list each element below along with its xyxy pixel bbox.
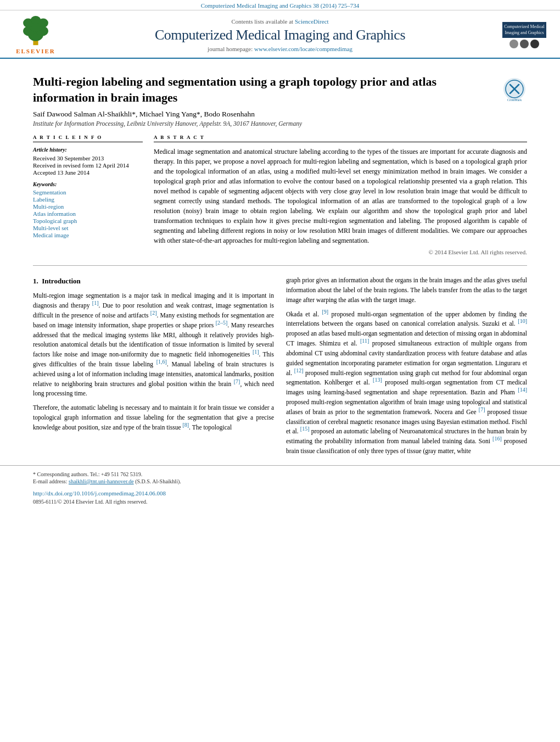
article-info-col: A R T I C L E I N F O Article history: R… xyxy=(33,135,143,255)
revised-date: Received in revised form 12 April 2014 xyxy=(33,162,143,169)
email-attribution: (S.D.S. Al-Shaikhli). xyxy=(135,478,181,484)
doi-copy: 0895-6111/© 2014 Elsevier Ltd. All right… xyxy=(33,499,527,505)
logo-icon-1 xyxy=(509,40,518,48)
article-title: Multi-region labeling and segmentation u… xyxy=(33,74,502,105)
sciencedirect-link[interactable]: ScienceDirect xyxy=(295,18,329,25)
ref-2[interactable]: [2] xyxy=(150,310,157,316)
intro-heading: 1. Introduction xyxy=(33,276,274,287)
article-title-block: Multi-region labeling and segmentation u… xyxy=(33,69,527,105)
footnote-section: * Corresponding authors. Tel.: +49 511 7… xyxy=(0,465,560,484)
logo-box-title: Computerized Medical Imaging and Graphic… xyxy=(502,22,546,38)
keyword-4: Atlas information xyxy=(33,210,143,217)
section-divider xyxy=(33,265,527,266)
intro-para-4: Okada et al. [9] proposed multi-organ se… xyxy=(286,310,527,456)
ref-1[interactable]: [1] xyxy=(92,300,99,306)
ref-1-6[interactable]: [1,6] xyxy=(156,359,167,365)
body-col-left: 1. Introduction Multi-region image segme… xyxy=(33,276,274,461)
keyword-3: Multi-region xyxy=(33,203,143,210)
article-info-label: A R T I C L E I N F O xyxy=(33,135,143,142)
keyword-1: Segmentation xyxy=(33,189,143,196)
ref-10[interactable]: [10] xyxy=(518,319,527,325)
journal-header: ELSEVIER Contents lists available at Sci… xyxy=(0,10,560,59)
contents-line: Contents lists available at ScienceDirec… xyxy=(60,18,500,25)
footnote-email: E-mail address: shaikhli@tnt.uni-hannove… xyxy=(33,478,527,484)
svg-text:CrossMark: CrossMark xyxy=(507,98,522,102)
header-center: Contents lists available at ScienceDirec… xyxy=(60,18,500,52)
svg-point-7 xyxy=(31,16,41,24)
elsevier-logo: ELSEVIER xyxy=(11,16,60,54)
ref-16[interactable]: [16] xyxy=(492,436,502,442)
keyword-5: Topological graph xyxy=(33,217,143,224)
keywords-title: Keywords: xyxy=(33,181,143,187)
email-link[interactable]: shaikhli@tnt.uni-hannover.de xyxy=(69,478,134,484)
ref-11[interactable]: [11] xyxy=(360,338,369,344)
ref-7[interactable]: [7] xyxy=(234,378,240,384)
top-banner: Computerized Medical Imaging and Graphic… xyxy=(0,0,560,10)
affiliation: Institute for Information Processing, Le… xyxy=(33,120,527,127)
logo-icons xyxy=(509,40,539,48)
journal-logo-box: Computerized Medical Imaging and Graphic… xyxy=(500,22,549,48)
abstract-label: A B S T R A C T xyxy=(154,135,527,142)
homepage-label: journal homepage: xyxy=(208,46,253,52)
ref-14[interactable]: [14] xyxy=(518,387,527,393)
abstract-text: Medical image segmentation and anatomica… xyxy=(154,147,527,246)
keyword-7: Medical image xyxy=(33,232,143,238)
received-date: Received 30 September 2013 xyxy=(33,155,143,161)
keywords-block: Keywords: Segmentation Labeling Multi-re… xyxy=(33,181,143,238)
homepage-link[interactable]: www.elsevier.com/locate/compmedimag xyxy=(254,46,352,52)
copyright-line: © 2014 Elsevier Ltd. All rights reserved… xyxy=(154,249,527,255)
authors: Saif Dawood Salman Al-Shaikhli*, Michael… xyxy=(33,110,527,119)
elsevier-text: ELSEVIER xyxy=(16,48,55,54)
doi-link[interactable]: http://dx.doi.org/10.1016/j.compmedimag.… xyxy=(33,490,166,496)
contents-available-text: Contents lists available at xyxy=(231,18,293,25)
footnote-corresponding: * Corresponding authors. Tel.: +49 511 7… xyxy=(33,471,527,477)
section-number: 1. xyxy=(33,277,38,285)
accepted-date: Accepted 13 June 2014 xyxy=(33,169,143,176)
ref-7b[interactable]: [7] xyxy=(479,406,485,412)
ref-12[interactable]: [12] xyxy=(294,367,304,373)
doi-section: http://dx.doi.org/10.1016/j.compmedimag.… xyxy=(0,486,560,508)
journal-title: Computerized Medical Imaging and Graphic… xyxy=(60,27,500,43)
intro-para-3: graph prior gives an information about t… xyxy=(286,276,527,305)
history-title: Article history: xyxy=(33,147,143,153)
ref-15[interactable]: [15] xyxy=(300,426,310,432)
crossmark-icon: CrossMark xyxy=(502,77,527,102)
logo-icon-2 xyxy=(520,40,529,48)
body-section: 1. Introduction Multi-region image segme… xyxy=(0,276,560,461)
journal-homepage: journal homepage: www.elsevier.com/locat… xyxy=(60,46,500,52)
section-title: Introduction xyxy=(42,277,81,285)
ref-8[interactable]: [8] xyxy=(182,422,189,428)
keyword-2: Labeling xyxy=(33,196,143,203)
ref-9[interactable]: [9] xyxy=(322,309,329,315)
body-col-right: graph prior gives an information about t… xyxy=(286,276,527,461)
abstract-col: A B S T R A C T Medical image segmentati… xyxy=(154,135,527,255)
ref-2-5[interactable]: [2–5] xyxy=(216,320,228,326)
intro-para-2: Therefore, the automatic labeling is nec… xyxy=(33,403,274,432)
keyword-6: Multi-level set xyxy=(33,225,143,231)
elsevier-tree-icon xyxy=(16,16,55,46)
banner-text: Computerized Medical Imaging and Graphic… xyxy=(201,2,360,9)
article-info-abstract: A R T I C L E I N F O Article history: R… xyxy=(33,135,527,255)
article-history: Article history: Received 30 September 2… xyxy=(33,147,143,176)
email-label: E-mail address: xyxy=(33,478,69,484)
ref-1b[interactable]: [1] xyxy=(253,349,259,355)
intro-para-1: Multi-region image segmentation is a maj… xyxy=(33,291,274,399)
ref-13[interactable]: [13] xyxy=(373,377,382,383)
article-section: Multi-region labeling and segmentation u… xyxy=(0,59,560,255)
logo-icon-3 xyxy=(530,40,539,48)
